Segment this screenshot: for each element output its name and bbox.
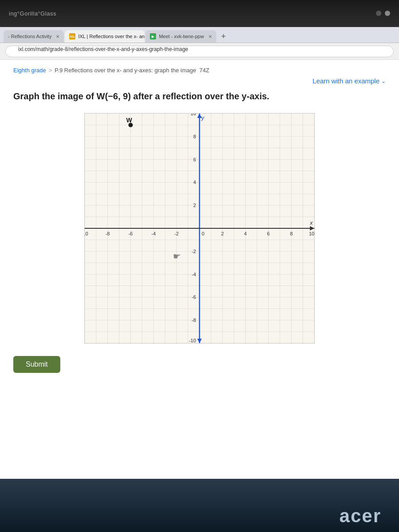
svg-text:-4: -4: [192, 272, 196, 277]
laptop-bezel: ing°Gorilla°Glass: [0, 0, 399, 27]
breadcrumb: Eighth grade > P.9 Reflections over the …: [13, 67, 386, 74]
svg-text:8: 8: [290, 231, 293, 236]
tab-meet[interactable]: ▶ Meet - xvk-twne-ppw ✕: [145, 30, 216, 43]
ixl-icon: IXL: [69, 33, 75, 39]
svg-text:0: 0: [202, 231, 204, 236]
svg-text:4: 4: [193, 180, 196, 185]
tab-bar: - Reflections Activity ✕ IXL IXL | Refle…: [0, 27, 399, 43]
svg-text:-2: -2: [192, 249, 196, 254]
svg-text:10: 10: [309, 231, 314, 236]
status-dots: [376, 11, 390, 16]
svg-text:6: 6: [267, 231, 270, 236]
svg-text:6: 6: [193, 157, 196, 162]
browser-window: - Reflections Activity ✕ IXL IXL | Refle…: [0, 27, 399, 479]
svg-text:-6: -6: [129, 231, 133, 236]
svg-text:2: 2: [221, 231, 224, 236]
svg-text:-8: -8: [192, 317, 196, 323]
acer-logo: acer: [340, 505, 381, 527]
svg-text:-8: -8: [106, 231, 110, 236]
address-bar: 🔒 ixl.com/math/grade-8/reflections-over-…: [0, 43, 399, 60]
svg-text:-4: -4: [152, 231, 156, 236]
svg-text:-10: -10: [84, 231, 88, 236]
dot-2: [385, 11, 390, 16]
gorilla-glass-label: ing°Gorilla°Glass: [9, 10, 56, 17]
graph-container[interactable]: x y -10 -8 -6 -4 -2 0 2 4 6 8 10: [13, 113, 386, 344]
tab-ixl-label: IXL | Reflections over the x- and ...: [78, 34, 145, 39]
meet-icon: ▶: [150, 33, 156, 39]
breadcrumb-grade[interactable]: Eighth grade: [13, 67, 46, 74]
x-axis-label: x: [309, 219, 313, 226]
cursor-hand: ☛: [173, 251, 181, 261]
svg-text:-10: -10: [189, 338, 196, 343]
tab-reflections-label: - Reflections Activity: [8, 34, 51, 39]
svg-text:8: 8: [193, 134, 196, 139]
tab-reflections-activity[interactable]: - Reflections Activity ✕: [4, 30, 64, 43]
problem-statement: Graph the image of W(−6, 9) after a refl…: [13, 90, 386, 102]
address-container: 🔒 ixl.com/math/grade-8/reflections-over-…: [5, 46, 394, 57]
coordinate-graph[interactable]: x y -10 -8 -6 -4 -2 0 2 4 6 8 10: [84, 113, 315, 344]
bottom-bezel: acer: [0, 479, 399, 532]
dot-1: [376, 11, 381, 16]
submit-button[interactable]: Submit: [13, 356, 60, 373]
tab-ixl[interactable]: IXL IXL | Reflections over the x- and ..…: [65, 30, 145, 43]
svg-text:10: 10: [191, 113, 196, 116]
tab-meet-label: Meet - xvk-twne-ppw: [159, 34, 203, 39]
svg-text:-6: -6: [192, 294, 196, 300]
page-content: Eighth grade > P.9 Reflections over the …: [0, 60, 399, 479]
learn-example-button[interactable]: Learn with an example ⌄: [313, 77, 386, 85]
svg-text:2: 2: [193, 203, 196, 208]
tab-close-1[interactable]: ✕: [56, 34, 59, 39]
tab-close-3[interactable]: ✕: [208, 34, 212, 39]
learn-example-container: Learn with an example ⌄: [13, 77, 386, 85]
chevron-down-icon: ⌄: [381, 78, 386, 84]
svg-text:4: 4: [244, 231, 247, 236]
point-W-label: W: [126, 117, 133, 124]
new-tab-button[interactable]: +: [217, 30, 230, 43]
submit-area: Submit: [13, 356, 386, 373]
breadcrumb-sep: >: [49, 67, 52, 74]
address-input[interactable]: ixl.com/math/grade-8/reflections-over-th…: [5, 46, 394, 57]
svg-text:-2: -2: [174, 231, 179, 236]
breadcrumb-problem: P.9 Reflections over the x- and y-axes: …: [55, 67, 209, 74]
learn-example-label: Learn with an example: [313, 77, 379, 85]
